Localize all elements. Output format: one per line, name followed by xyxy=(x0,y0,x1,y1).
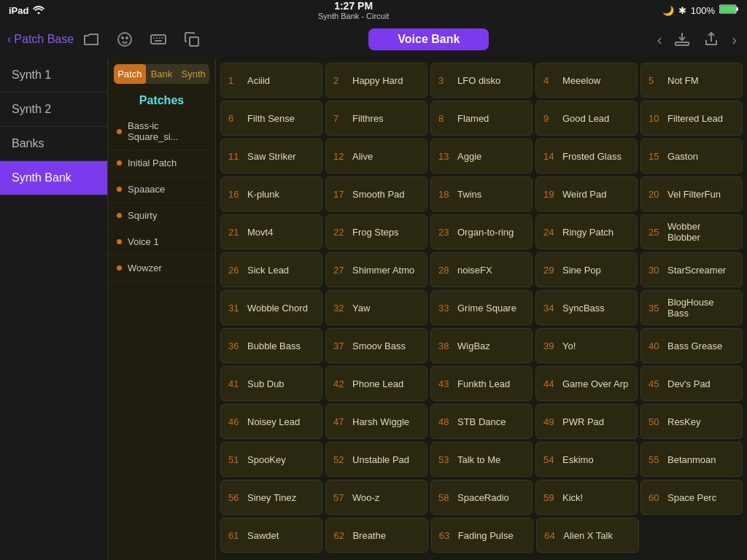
patch-cell[interactable]: 20Vel FilterFun xyxy=(640,176,743,211)
patch-cell[interactable]: 12Alive xyxy=(325,139,427,174)
patch-cell[interactable]: 60Space Perc xyxy=(640,480,743,515)
patch-cell[interactable]: 14Frosted Glass xyxy=(535,139,638,174)
patch-name: Funkth Lead xyxy=(457,378,510,389)
patch-cell[interactable]: 50ResKey xyxy=(640,404,743,439)
list-item[interactable]: Wowzer xyxy=(108,255,215,281)
patch-cell[interactable]: 62Breathe xyxy=(325,518,427,553)
patch-cell[interactable]: 64Alien X Talk xyxy=(536,518,638,553)
patch-cell[interactable]: 17Smooth Pad xyxy=(325,176,427,211)
tab-synth[interactable]: Synth xyxy=(177,64,209,84)
patch-number: 14 xyxy=(543,151,558,162)
patch-cell[interactable]: 29Sine Pop xyxy=(535,252,638,287)
patch-cell[interactable]: 34SyncBass xyxy=(535,290,638,325)
patch-cell[interactable]: 47Harsh Wiggle xyxy=(325,404,427,439)
sidebar-item-synth2[interactable]: Synth 2 xyxy=(0,93,107,127)
back-button[interactable]: ‹ Patch Base xyxy=(7,33,74,46)
patch-cell[interactable]: 1Aciiid xyxy=(220,63,322,98)
patch-cell[interactable]: 37Smoov Bass xyxy=(325,328,427,363)
patch-cell[interactable]: 44Game Over Arp xyxy=(535,366,638,401)
patch-cell[interactable]: 55Betanmoan xyxy=(640,442,743,477)
download-icon[interactable] xyxy=(670,28,694,51)
copy-icon[interactable] xyxy=(180,28,204,51)
patch-cell[interactable]: 10Filtered Lead xyxy=(640,101,743,136)
nav-next-arrow[interactable]: › xyxy=(729,28,740,51)
patch-cell[interactable]: 41Sub Dub xyxy=(220,366,322,401)
list-item[interactable]: Spaaace xyxy=(108,176,215,203)
patch-cell[interactable]: 18Twins xyxy=(430,176,533,211)
tab-patch[interactable]: Patch xyxy=(114,64,146,84)
patch-cell[interactable]: 52Unstable Pad xyxy=(325,442,427,477)
patch-cell[interactable]: 39Yo! xyxy=(535,328,638,363)
patch-cell[interactable]: 48STB Dance xyxy=(430,404,533,439)
patch-cell[interactable]: 27Shimmer Atmo xyxy=(325,252,427,287)
patch-name: Dev's Pad xyxy=(667,378,711,389)
tab-bank[interactable]: Bank xyxy=(146,64,178,84)
patch-cell[interactable]: 45Dev's Pad xyxy=(640,366,743,401)
patch-cell[interactable]: 3LFO disko xyxy=(430,63,533,98)
patch-cell[interactable]: 22Frog Steps xyxy=(325,214,427,249)
patch-cell[interactable]: 7Filthres xyxy=(325,101,427,136)
patch-number: 50 xyxy=(649,416,663,427)
face-icon[interactable] xyxy=(113,28,136,51)
patch-cell[interactable]: 51SpooKey xyxy=(220,442,322,477)
patch-cell[interactable]: 40Bass Grease xyxy=(640,328,743,363)
patch-cell[interactable]: 58SpaceRadio xyxy=(430,480,533,515)
patch-cell[interactable]: 28noiseFX xyxy=(430,252,533,287)
patch-cell[interactable]: 6Filth Sense xyxy=(220,101,322,136)
sidebar-item-banks[interactable]: Banks xyxy=(0,127,107,161)
patch-cell[interactable]: 43Funkth Lead xyxy=(430,366,533,401)
patch-name: ResKey xyxy=(667,416,701,427)
sidebar-item-synth1[interactable]: Synth 1 xyxy=(0,58,107,93)
patch-cell[interactable]: 54Eskimo xyxy=(535,442,638,477)
patch-number: 20 xyxy=(649,189,663,200)
patch-cell[interactable]: 25Wobber Blobber xyxy=(640,214,743,249)
list-item[interactable]: Voice 1 xyxy=(108,229,215,255)
patch-cell[interactable]: 53Talk to Me xyxy=(430,442,533,477)
patch-cell[interactable]: 4Meeelow xyxy=(535,63,638,98)
list-item[interactable]: Initial Patch xyxy=(108,150,215,176)
patch-name: Siney Tinez xyxy=(247,492,296,503)
patch-cell[interactable]: 31Wobble Chord xyxy=(220,290,322,325)
nav-prev-arrow[interactable]: ‹ xyxy=(654,28,665,51)
patch-cell[interactable]: 46Noisey Lead xyxy=(220,404,322,439)
patch-cell[interactable]: 56Siney Tinez xyxy=(220,480,322,515)
patch-cell[interactable]: 19Weird Pad xyxy=(535,176,638,211)
patch-cell[interactable]: 36Bubble Bass xyxy=(220,328,322,363)
patch-number: 22 xyxy=(333,227,348,238)
folder-icon[interactable] xyxy=(80,28,103,51)
patch-cell[interactable]: 38WigBaz xyxy=(430,328,533,363)
patch-cell[interactable]: 23Organ-to-ring xyxy=(430,214,533,249)
patch-cell[interactable]: 15Gaston xyxy=(640,139,743,174)
patch-cell[interactable]: 30StarScreamer xyxy=(640,252,743,287)
patch-cell[interactable]: 9Good Lead xyxy=(535,101,638,136)
patch-cell[interactable]: 8Flamed xyxy=(430,101,533,136)
share-icon[interactable] xyxy=(700,28,723,51)
patch-cell[interactable]: 49PWR Pad xyxy=(535,404,638,439)
patch-cell[interactable]: 21Movt4 xyxy=(220,214,322,249)
list-item[interactable]: Squirty xyxy=(108,203,215,229)
back-label: Patch Base xyxy=(14,33,74,46)
patch-item-label: Bass-ic Square_si... xyxy=(128,120,206,142)
patch-cell[interactable]: 33Grime Square xyxy=(430,290,533,325)
patch-cell[interactable]: 11Saw Striker xyxy=(220,139,322,174)
patch-cell[interactable]: 61Sawdet xyxy=(220,518,322,553)
patch-cell[interactable]: 16K-plunk xyxy=(220,176,322,211)
patch-number: 1 xyxy=(228,75,243,86)
patch-cell[interactable]: 26Sick Lead xyxy=(220,252,322,287)
patch-cell[interactable]: 32Yaw xyxy=(325,290,427,325)
patch-cell[interactable]: 42Phone Lead xyxy=(325,366,427,401)
patch-cell[interactable]: 24Ringy Patch xyxy=(535,214,638,249)
patch-number: 61 xyxy=(228,530,243,541)
patch-cell[interactable]: 5Not FM xyxy=(640,63,743,98)
patch-cell[interactable]: 57Woo-z xyxy=(325,480,427,515)
patch-cell[interactable]: 2Happy Hard xyxy=(325,63,427,98)
patch-cell[interactable]: 63Fading Pulse xyxy=(431,518,533,553)
sidebar-item-synth-bank[interactable]: Synth Bank xyxy=(0,161,107,195)
patch-cell[interactable]: 59Kick! xyxy=(535,480,638,515)
patch-cell[interactable]: 35BlogHouse Bass xyxy=(640,290,743,325)
grid-row: 26Sick Lead27Shimmer Atmo28noiseFX29Sine… xyxy=(220,252,743,287)
voice-bank-title[interactable]: Voice Bank xyxy=(368,28,489,50)
keyboard-icon[interactable] xyxy=(147,28,170,51)
patch-cell[interactable]: 13Aggie xyxy=(430,139,533,174)
list-item[interactable]: Bass-ic Square_si... xyxy=(108,113,215,150)
